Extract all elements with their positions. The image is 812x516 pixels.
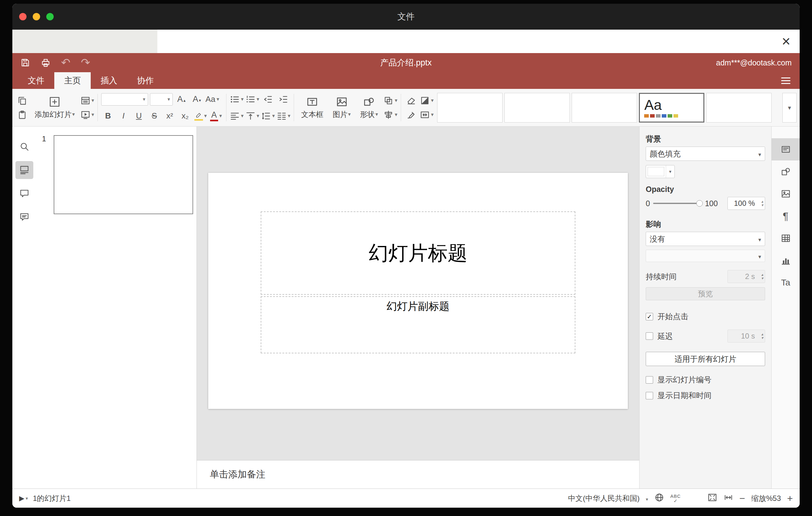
preview-button[interactable]: 预览	[646, 287, 765, 300]
textart-settings-button[interactable]: Ta	[772, 271, 800, 294]
show-slide-number-checkbox[interactable]	[646, 376, 653, 383]
effect-variant-select[interactable]	[646, 250, 765, 262]
fill-color-button[interactable]	[420, 94, 434, 107]
show-datetime-checkbox[interactable]	[646, 392, 653, 399]
vertical-align-button[interactable]	[245, 109, 259, 123]
duration-spinner[interactable]: 2 s ▴▾	[727, 270, 765, 283]
decrease-font-button[interactable]: A	[190, 93, 204, 106]
document-language-button[interactable]	[654, 492, 664, 504]
zoom-level-label[interactable]: 缩放%53	[751, 493, 781, 503]
font-name-select[interactable]	[101, 93, 148, 106]
spinner-arrows[interactable]: ▴▾	[761, 330, 763, 342]
undo-button[interactable]: ↶	[61, 57, 70, 68]
font-color-button[interactable]: A	[209, 109, 223, 123]
zoom-in-button[interactable]: +	[787, 493, 793, 503]
slide-thumbnail-1[interactable]	[54, 135, 193, 214]
bullets-button[interactable]	[230, 93, 244, 106]
theme-option-3[interactable]	[572, 93, 637, 122]
underline-button[interactable]: U	[132, 109, 146, 123]
theme-option-5[interactable]	[706, 93, 772, 122]
opacity-spinner[interactable]: 100 % ▴▾	[727, 197, 765, 210]
tab-file[interactable]: 文件	[18, 72, 54, 89]
redo-button[interactable]: ↷	[81, 57, 90, 68]
subscript-button[interactable]: x₂	[178, 109, 192, 123]
traffic-close-button[interactable]	[19, 13, 27, 20]
shape-settings-button[interactable]	[772, 161, 800, 183]
copy-style-button[interactable]	[404, 108, 418, 122]
clear-style-button[interactable]	[404, 94, 418, 107]
strikethrough-button[interactable]: S	[147, 109, 161, 123]
line-spacing-button[interactable]	[261, 109, 275, 123]
insert-shape-button[interactable]: 形状	[356, 91, 382, 124]
columns-button[interactable]	[277, 109, 291, 123]
chart-settings-button[interactable]	[772, 249, 800, 271]
hamburger-menu-icon[interactable]	[781, 72, 790, 89]
traffic-zoom-button[interactable]	[46, 13, 54, 20]
highlight-color-button[interactable]	[194, 109, 207, 123]
subtitle-placeholder[interactable]: 幻灯片副标题	[261, 296, 575, 353]
traffic-minimize-button[interactable]	[33, 13, 40, 20]
theme-option-selected[interactable]: Aa	[639, 93, 704, 122]
status-bar: ▶ 1的幻灯片1 中文(中华人民共和国) ABC − 缩放%53 +	[12, 489, 800, 508]
paragraph-settings-button[interactable]: ¶	[772, 205, 800, 227]
decrease-indent-button[interactable]	[261, 93, 274, 106]
increase-indent-button[interactable]	[277, 93, 290, 106]
slide-layout-button[interactable]	[81, 94, 94, 107]
font-size-select[interactable]	[150, 93, 173, 106]
search-panel-button[interactable]	[16, 138, 33, 155]
background-color-picker[interactable]	[646, 165, 675, 178]
bold-button[interactable]: B	[101, 109, 115, 123]
insert-image-button[interactable]: 图片	[329, 91, 354, 124]
add-slide-button[interactable]: 添加幻灯片	[31, 91, 79, 124]
spinner-arrows[interactable]: ▴▾	[761, 197, 763, 209]
start-slideshow-button[interactable]	[81, 108, 94, 122]
start-slideshow-statusbar-button[interactable]: ▶	[19, 494, 28, 503]
copy-button[interactable]	[16, 94, 29, 107]
tab-collaboration[interactable]: 协作	[127, 72, 164, 89]
save-button[interactable]	[20, 58, 30, 67]
theme-gallery-expand-button[interactable]	[782, 93, 796, 122]
superscript-button[interactable]: x²	[163, 109, 176, 123]
spinner-arrows[interactable]: ▴▾	[761, 270, 763, 283]
italic-button[interactable]: I	[117, 109, 130, 123]
insert-textbox-button[interactable]: 文本框	[297, 91, 327, 124]
close-icon[interactable]	[782, 34, 790, 49]
background-fill-select[interactable]: 颜色填充	[646, 147, 765, 161]
notes-area[interactable]: 单击添加备注	[197, 460, 639, 489]
start-on-click-checkbox[interactable]	[646, 313, 653, 320]
delay-checkbox[interactable]	[646, 333, 653, 340]
numbering-button[interactable]	[245, 93, 259, 106]
language-label[interactable]: 中文(中华人民共和国)	[568, 493, 640, 503]
effect-select[interactable]: 没有	[646, 232, 765, 246]
fit-slide-icon	[707, 492, 717, 503]
slide-settings-button[interactable]	[772, 138, 800, 161]
apply-all-slides-button[interactable]: 适用于所有幻灯片	[646, 352, 765, 366]
chat-panel-button[interactable]	[16, 208, 33, 226]
tab-home[interactable]: 主页	[54, 72, 91, 89]
arrange-shape-button[interactable]	[383, 94, 397, 107]
spellcheck-button[interactable]: ABC	[670, 494, 681, 503]
zoom-out-button[interactable]: −	[740, 493, 745, 503]
theme-option-2[interactable]	[504, 93, 570, 122]
theme-option-1[interactable]	[437, 93, 502, 122]
fit-slide-button[interactable]	[707, 492, 717, 504]
comments-panel-button[interactable]	[16, 184, 33, 202]
title-placeholder[interactable]: 幻灯片标题	[261, 211, 575, 295]
tab-insert[interactable]: 插入	[91, 72, 127, 89]
horizontal-align-button[interactable]	[230, 109, 244, 123]
slides-panel-button[interactable]	[16, 161, 33, 179]
fit-width-button[interactable]	[723, 492, 733, 504]
align-shape-button[interactable]	[383, 108, 397, 122]
dialog-header	[12, 30, 800, 53]
opacity-slider[interactable]	[653, 203, 702, 204]
delay-spinner[interactable]: 10 s ▴▾	[727, 329, 765, 343]
slide[interactable]: 幻灯片标题 幻灯片副标题	[208, 173, 628, 409]
slide-size-button[interactable]	[420, 108, 434, 122]
print-button[interactable]	[41, 58, 51, 67]
paste-button[interactable]	[16, 108, 29, 122]
image-settings-button[interactable]	[772, 183, 800, 205]
slider-knob[interactable]	[696, 200, 703, 207]
change-case-button[interactable]: Aa	[205, 93, 219, 106]
increase-font-button[interactable]: A	[175, 93, 188, 106]
table-settings-button[interactable]	[772, 227, 800, 249]
